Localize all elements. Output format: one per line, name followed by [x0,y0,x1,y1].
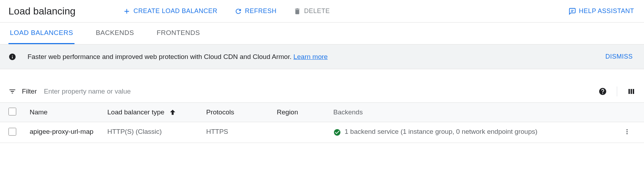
cell-backends: 1 backend service (1 instance group, 0 n… [333,128,619,136]
learn-more-link[interactable]: Learn more [293,53,328,60]
check-circle-icon [333,129,341,136]
create-label: CREATE LOAD BALANCER [133,7,217,15]
banner-text: Faster web performance and improved web … [28,53,591,61]
column-header-backends[interactable]: Backends [333,108,619,116]
trash-icon [293,7,301,15]
cell-name[interactable]: apigee-proxy-url-map [30,128,107,136]
tab-load-balancers[interactable]: LOAD BALANCERS [8,23,74,44]
column-header-type-label: Load balancer type [107,108,165,116]
table: Name Load balancer type Protocols Region… [0,102,644,143]
columns-icon[interactable] [627,87,636,96]
banner-message: Faster web performance and improved web … [28,53,293,60]
select-all-checkbox[interactable] [8,108,16,115]
more-vert-icon[interactable] [623,128,631,136]
refresh-button[interactable]: REFRESH [233,5,278,18]
help-label: HELP ASSISTANT [579,7,634,15]
column-header-region[interactable]: Region [277,108,333,116]
filter-icon [8,88,16,95]
row-checkbox[interactable] [8,128,16,136]
help-assistant-button[interactable]: HELP ASSISTANT [567,5,636,18]
filter-bar: Filter [0,80,644,102]
column-header-name[interactable]: Name [30,108,107,116]
create-load-balancer-button[interactable]: CREATE LOAD BALANCER [121,5,219,18]
column-header-type[interactable]: Load balancer type [107,108,206,116]
backends-text: 1 backend service (1 instance group, 0 n… [345,128,537,136]
table-header: Name Load balancer type Protocols Region… [0,102,644,122]
chat-icon [568,7,576,15]
plus-icon [123,7,131,15]
cell-type: HTTP(S) (Classic) [107,128,206,136]
page-header: Load balancing CREATE LOAD BALANCER REFR… [0,0,644,23]
column-header-protocols[interactable]: Protocols [206,108,277,116]
divider [617,86,617,96]
help-icon[interactable] [598,87,607,96]
tabs: LOAD BALANCERS BACKENDS FRONTENDS [0,23,644,44]
dismiss-button[interactable]: DISMISS [602,52,636,62]
delete-button[interactable]: DELETE [292,5,331,18]
filter-label: Filter [22,88,37,95]
sort-ascending-icon [169,108,177,116]
info-icon [8,53,16,61]
info-banner: Faster web performance and improved web … [0,44,644,69]
page-title: Load balancing [8,6,107,17]
refresh-icon [234,7,242,15]
refresh-label: REFRESH [245,7,277,15]
table-row[interactable]: apigee-proxy-url-map HTTP(S) (Classic) H… [0,122,644,143]
tab-backends[interactable]: BACKENDS [94,23,136,44]
cell-protocols: HTTPS [206,128,277,136]
delete-label: DELETE [304,7,330,15]
filter-input[interactable] [42,86,593,97]
tab-frontends[interactable]: FRONTENDS [155,23,202,44]
